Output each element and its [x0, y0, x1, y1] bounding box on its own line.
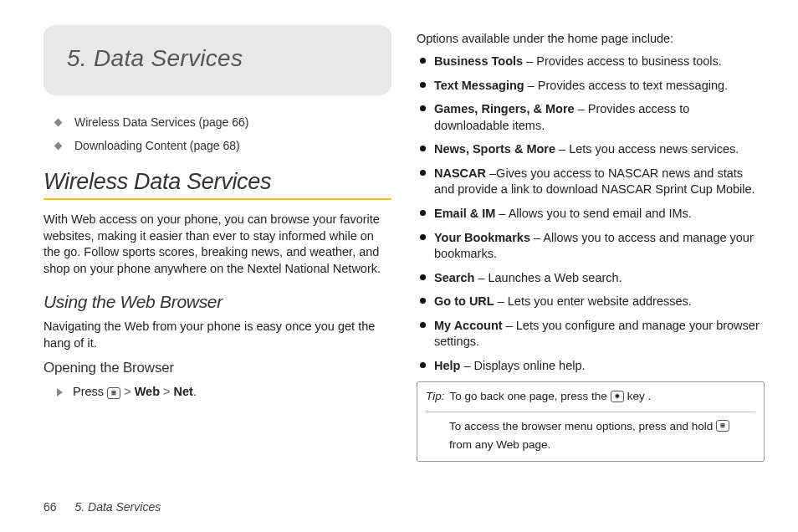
option-label: Business Tools — [434, 54, 523, 68]
left-column: 5. Data Services Wireless Data Services … — [43, 25, 391, 462]
menu-key-icon: ⊞ — [107, 387, 120, 399]
step-dot: . — [193, 385, 197, 398]
step-line: Press ⊞ > Web > Net. — [57, 385, 391, 400]
option-label: Your Bookmarks — [434, 231, 530, 244]
tip-label: Tip: — [426, 389, 444, 404]
triangle-bullet-icon — [57, 388, 63, 396]
option-label: Email & IM — [434, 207, 495, 220]
circle-bullet-icon — [420, 234, 426, 240]
step-content: Press ⊞ > Web > Net. — [73, 385, 197, 400]
option-item: Email & IM – Allows you to send email an… — [420, 206, 765, 223]
nav-web: Web — [135, 385, 160, 398]
option-text: – Provides access to text messaging. — [524, 79, 728, 92]
circle-bullet-icon — [420, 274, 426, 280]
option-item: Help – Displays online help. — [420, 358, 765, 375]
option-label: NASCAR — [434, 166, 486, 180]
toc-text: Downloading Content (page 68) — [74, 139, 240, 152]
diamond-bullet-icon — [54, 141, 63, 150]
sub-sub-heading: Opening the Browser — [43, 360, 391, 376]
chapter-title: 5. Data Services — [67, 45, 368, 72]
options-intro: Options available under the home page in… — [417, 32, 765, 45]
circle-bullet-icon — [420, 146, 426, 151]
chapter-number: 5. — [67, 45, 87, 71]
circle-bullet-icon — [420, 58, 426, 64]
sub-heading: Using the Web Browser — [43, 292, 391, 312]
tip-text-2a: To access the browser menu options, pres… — [449, 419, 713, 434]
tip-text-2b: from any Web page. — [449, 437, 550, 453]
page-footer: 66 5. Data Services — [43, 500, 161, 514]
chapter-title-box: 5. Data Services — [43, 25, 391, 95]
right-column: Options available under the home page in… — [417, 25, 765, 462]
footer-chapter: 5. Data Services — [74, 500, 161, 514]
section-heading: Wireless Data Services — [43, 169, 391, 200]
circle-bullet-icon — [420, 82, 426, 88]
option-item: Games, Ringers, & More – Provides access… — [420, 101, 765, 134]
section-intro: With Web access on your phone, you can b… — [43, 212, 391, 277]
option-text: – Allows you to send email and IMs. — [495, 207, 692, 220]
option-item: My Account – Lets you configure and mana… — [420, 318, 765, 350]
breadcrumb-separator: > — [163, 385, 170, 398]
option-item: NASCAR –Gives you access to NASCAR news … — [420, 166, 765, 198]
circle-bullet-icon — [420, 170, 426, 176]
option-item: Business Tools – Provides access to busi… — [420, 54, 765, 70]
option-label: Go to URL — [434, 294, 494, 308]
sub-text: Navigating the Web from your phone is ea… — [43, 319, 391, 351]
page-number: 66 — [43, 500, 57, 514]
nav-net: Net — [174, 385, 193, 398]
toc-item: Wireless Data Services (page 66) — [55, 115, 391, 129]
tip-text-1a: To go back one page, press the — [449, 389, 606, 404]
option-text: – Displays online help. — [460, 359, 585, 372]
option-item: News, Sports & More – Lets you access ne… — [420, 141, 765, 158]
option-item: Your Bookmarks – Allows you to access an… — [420, 230, 765, 263]
tip-text-1b: key . — [627, 389, 652, 404]
circle-bullet-icon — [420, 322, 426, 328]
option-label: My Account — [434, 319, 503, 332]
toc-text: Wireless Data Services (page 66) — [74, 115, 249, 129]
option-text: – Lets you enter website addresses. — [494, 294, 692, 308]
tip-row-1: Tip: To go back one page, press the ✱ ke… — [426, 389, 755, 412]
circle-bullet-icon — [420, 298, 426, 304]
option-item: Go to URL – Lets you enter website addre… — [420, 294, 765, 310]
option-item: Search – Launches a Web search. — [420, 270, 765, 287]
circle-bullet-icon — [420, 210, 426, 216]
option-item: Text Messaging – Provides access to text… — [420, 78, 765, 95]
option-label: Games, Ringers, & More — [434, 102, 575, 115]
option-label: Search — [434, 271, 474, 284]
toc-item: Downloading Content (page 68) — [55, 139, 391, 152]
chapter-name: Data Services — [94, 45, 243, 71]
option-text: – Launches a Web search. — [474, 271, 622, 284]
circle-bullet-icon — [420, 362, 426, 368]
option-label: News, Sports & More — [434, 142, 555, 156]
step-press: Press — [73, 385, 104, 398]
breadcrumb-separator: > — [124, 385, 130, 398]
option-text: – Provides access to business tools. — [523, 54, 722, 68]
option-text: – Lets you access news services. — [555, 142, 739, 156]
circle-bullet-icon — [420, 105, 426, 111]
option-label: Text Messaging — [434, 79, 524, 92]
diamond-bullet-icon — [54, 118, 63, 126]
option-label: Help — [434, 359, 460, 372]
tip-row-2: To access the browser menu options, pres… — [449, 419, 755, 453]
star-key-icon: ✱ — [611, 391, 624, 402]
tip-box: Tip: To go back one page, press the ✱ ke… — [417, 381, 765, 462]
menu-key-icon: ⊞ — [716, 420, 729, 432]
